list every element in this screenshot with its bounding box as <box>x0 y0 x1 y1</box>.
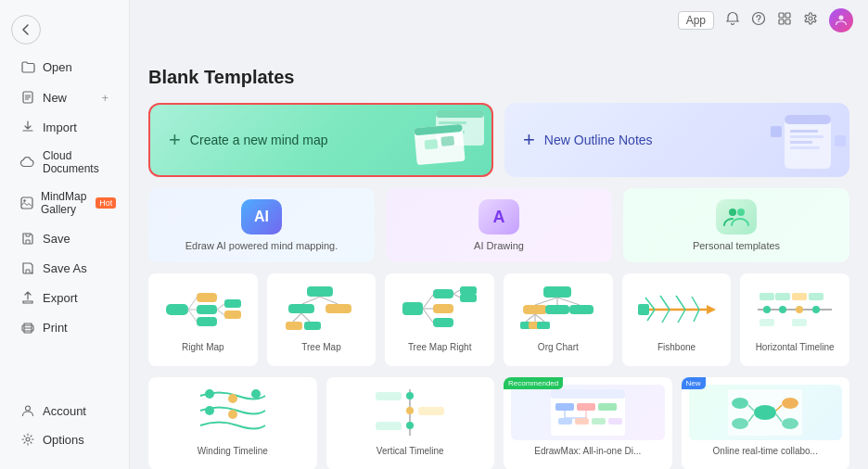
sidebar-item-save[interactable]: Save <box>6 224 123 252</box>
svg-rect-26 <box>790 130 818 133</box>
main-content: App Blank Templates + Create a new mind … <box>130 0 868 469</box>
sidebar-item-cloud-label: Cloud Documents <box>43 149 108 175</box>
svg-rect-58 <box>433 289 453 298</box>
svg-line-42 <box>217 310 224 315</box>
save-icon <box>20 231 35 246</box>
org-chart-card[interactable]: Org Chart <box>504 273 613 366</box>
sidebar-item-account[interactable]: Account <box>6 397 123 425</box>
edraw-ai-label: Edraw AI powered mind mapping. <box>185 240 338 251</box>
tree-map-right-img <box>392 281 487 336</box>
feature-cards-row: AI Edraw AI powered mind mapping. A AI D… <box>148 188 849 262</box>
svg-rect-113 <box>551 389 625 399</box>
svg-rect-94 <box>760 293 774 300</box>
ai-drawing-card[interactable]: A AI Drawing <box>386 188 612 262</box>
svg-line-47 <box>320 297 338 304</box>
outline-notes-label: New Outline Notes <box>544 133 653 147</box>
app-button[interactable]: App <box>678 11 714 30</box>
svg-point-13 <box>809 17 812 20</box>
right-map-card[interactable]: Right Map <box>148 273 258 366</box>
org-chart-label: Org Chart <box>538 342 579 352</box>
svg-point-6 <box>26 437 30 441</box>
personal-icon <box>716 199 757 234</box>
tree-map-right-label: Tree Map Right <box>408 342 472 352</box>
svg-rect-98 <box>760 319 774 326</box>
svg-rect-95 <box>775 293 790 300</box>
account-icon <box>20 403 35 418</box>
svg-rect-17 <box>439 121 466 124</box>
sidebar-item-open-label: Open <box>43 60 72 74</box>
outline-notes-card[interactable]: + New Outline Notes <box>504 103 849 177</box>
svg-point-2 <box>23 199 25 201</box>
bell-icon[interactable] <box>725 11 740 30</box>
sidebar-item-account-label: Account <box>43 404 86 418</box>
horizontal-timeline-img <box>747 281 842 336</box>
sidebar-item-import[interactable]: Import <box>6 113 123 141</box>
winding-timeline-card[interactable]: Winding Timeline <box>148 377 317 469</box>
sidebar-item-export-label: Export <box>43 291 78 305</box>
svg-line-82 <box>676 296 685 310</box>
svg-point-126 <box>732 398 748 409</box>
sidebar-item-saveas-label: Save As <box>43 261 87 275</box>
svg-rect-114 <box>555 403 574 411</box>
edrawmax-allinone-card[interactable]: Recommended <box>504 377 672 469</box>
org-chart-img <box>511 281 606 336</box>
ai-draw-icon: A <box>479 199 519 234</box>
print-icon <box>20 320 35 335</box>
svg-point-129 <box>782 418 798 429</box>
svg-rect-9 <box>779 13 784 18</box>
sidebar-item-saveas[interactable]: Save As <box>6 254 123 282</box>
tree-map-right-card[interactable]: Tree Map Right <box>385 273 494 366</box>
svg-rect-27 <box>790 135 823 138</box>
page-title: Blank Templates <box>148 67 849 88</box>
svg-rect-40 <box>197 317 217 326</box>
fishbone-card[interactable]: Fishbone <box>622 273 732 366</box>
sidebar-item-options-label: Options <box>43 433 84 447</box>
svg-rect-99 <box>792 319 807 326</box>
recommended-badge: Recommended <box>504 377 563 389</box>
svg-rect-16 <box>436 110 484 118</box>
back-button[interactable] <box>11 15 41 44</box>
svg-line-81 <box>660 296 670 310</box>
online-realtime-img <box>689 385 843 440</box>
svg-rect-123 <box>608 418 622 425</box>
right-map-img <box>156 281 250 336</box>
edraw-ai-card[interactable]: AI Edraw AI powered mind mapping. <box>148 188 375 262</box>
settings-icon[interactable] <box>803 11 818 30</box>
svg-line-83 <box>692 297 699 310</box>
sidebar-item-options[interactable]: Options <box>6 425 123 453</box>
personal-templates-card[interactable]: Personal templates <box>623 188 849 262</box>
svg-point-104 <box>228 410 237 419</box>
horizontal-timeline-card[interactable]: Horizontal Timeline <box>740 273 849 366</box>
svg-line-62 <box>453 294 460 298</box>
sidebar-item-cloud[interactable]: Cloud Documents <box>6 143 123 182</box>
online-realtime-card[interactable]: New Online real-time collabo... <box>682 377 850 469</box>
sidebar-item-new[interactable]: New + <box>6 83 123 111</box>
svg-rect-49 <box>326 304 351 313</box>
avatar[interactable] <box>829 8 853 32</box>
sidebar-item-print[interactable]: Print <box>6 313 123 341</box>
svg-rect-109 <box>376 392 402 400</box>
svg-point-100 <box>205 389 214 399</box>
sidebar-item-gallery-label: MindMap Gallery <box>41 190 86 216</box>
fishbone-img <box>630 281 724 336</box>
vertical-timeline-card[interactable]: Vertical Timeline <box>326 377 495 469</box>
create-plus-icon: + <box>169 130 181 150</box>
svg-rect-10 <box>785 13 790 18</box>
svg-point-90 <box>763 306 771 313</box>
create-mindmap-card[interactable]: + Create a new mind map <box>148 103 493 177</box>
sidebar-item-open[interactable]: Open <box>6 53 123 81</box>
svg-rect-34 <box>166 304 188 315</box>
svg-point-125 <box>754 405 776 420</box>
svg-rect-63 <box>460 286 477 295</box>
question-icon[interactable] <box>751 11 766 30</box>
hero-cards-row: + Create a new mind map <box>148 103 849 177</box>
svg-rect-120 <box>558 418 572 425</box>
tree-map-card[interactable]: Tree Map <box>267 273 377 366</box>
sidebar-item-gallery[interactable]: MindMap Gallery Hot <box>6 184 123 222</box>
svg-point-108 <box>406 422 414 429</box>
grid-icon[interactable] <box>777 11 792 30</box>
sidebar-item-export[interactable]: Export <box>6 284 123 311</box>
svg-rect-52 <box>286 322 302 330</box>
ai-icon: AI <box>241 199 282 234</box>
svg-point-101 <box>228 394 237 403</box>
